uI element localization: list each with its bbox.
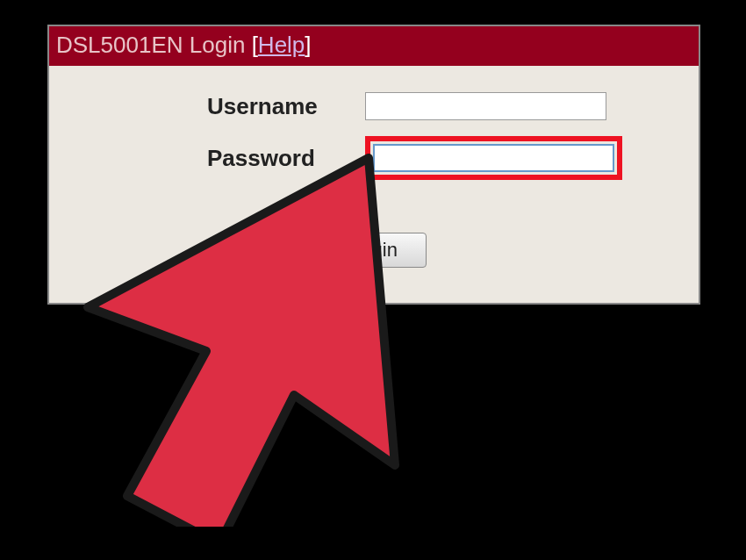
username-input[interactable] (365, 92, 606, 120)
password-row: Password (84, 136, 664, 180)
username-label: Username (207, 93, 365, 120)
title-bar: DSL5001EN Login [Help] (49, 26, 699, 66)
username-row: Username (84, 92, 664, 120)
button-row: Login (84, 233, 664, 268)
panel-title: DSL5001EN Login (56, 32, 245, 58)
login-form: Username Password Login (49, 66, 699, 303)
password-highlight-box (365, 136, 622, 180)
help-link[interactable]: Help (258, 32, 305, 58)
login-panel: DSL5001EN Login [Help] Username Password… (47, 25, 700, 305)
password-input[interactable] (373, 144, 614, 172)
login-button[interactable]: Login (321, 233, 427, 268)
password-label: Password (207, 145, 365, 172)
